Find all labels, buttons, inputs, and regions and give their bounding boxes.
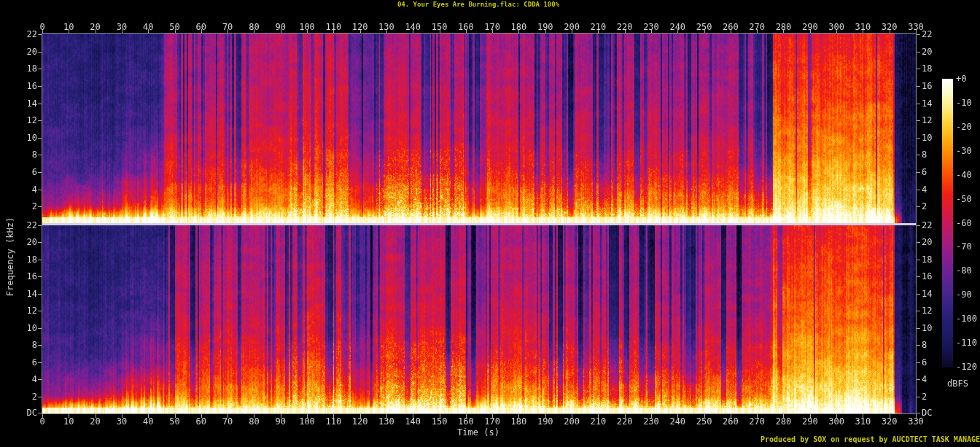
time-tick-label-bottom: 170 — [478, 417, 507, 427]
time-tick-label-bottom: 90 — [266, 417, 295, 427]
freq-tick-label-left: 2 — [8, 392, 37, 402]
time-tick-label-bottom: 110 — [319, 417, 348, 427]
legend-tick-label: -80 — [956, 266, 972, 276]
freq-tick-label-left: 4 — [8, 185, 37, 195]
time-tick-label-top: 250 — [690, 23, 719, 32]
time-tick-label-top: 70 — [213, 23, 242, 32]
time-tick-label-bottom: 60 — [187, 417, 216, 427]
freq-tick-label-left: 6 — [8, 358, 37, 368]
freq-tick-label-right: 14 — [922, 289, 932, 299]
time-tick-label-bottom: 30 — [107, 417, 136, 427]
legend-tick-label: -70 — [956, 242, 972, 252]
freq-tick-label-right: 16 — [922, 82, 932, 91]
legend-tick-label: -10 — [956, 98, 972, 108]
time-tick-label-top: 190 — [531, 23, 560, 32]
freq-tick-label-right: 22 — [922, 30, 932, 39]
freq-tick-label-right: 20 — [922, 47, 932, 57]
freq-tick-label-right: 10 — [922, 324, 932, 333]
time-tick-label-bottom: 200 — [557, 417, 586, 427]
legend-tick-label: -90 — [956, 290, 972, 300]
time-tick-label-top: 180 — [504, 23, 533, 32]
time-tick-label-bottom: 100 — [292, 417, 322, 427]
time-tick-label-bottom: 40 — [133, 417, 163, 427]
freq-tick-label-right: 2 — [922, 202, 927, 211]
time-tick-label-top: 280 — [769, 23, 798, 32]
time-tick-label-bottom: 80 — [239, 417, 268, 427]
time-tick-label-bottom: 310 — [848, 417, 877, 427]
freq-tick-label-right: 2 — [922, 392, 927, 402]
freq-tick-label-right: 14 — [922, 99, 932, 109]
legend-tick-label: -120 — [956, 362, 977, 372]
freq-tick-label-left: 14 — [8, 289, 37, 299]
freq-tick-label-left: 16 — [8, 272, 37, 281]
freq-tick-label-left: 4 — [8, 375, 37, 384]
legend-tick-label: -110 — [956, 338, 977, 348]
time-tick-label-top: 150 — [425, 23, 454, 32]
time-tick-label-bottom: 120 — [346, 417, 375, 427]
freq-tick-label-left: 20 — [8, 47, 37, 57]
time-tick-label-bottom: 250 — [690, 417, 719, 427]
freq-tick-label-right: 22 — [922, 221, 932, 230]
time-tick-label-top: 290 — [796, 23, 825, 32]
time-tick-label-top: 110 — [319, 23, 348, 32]
freq-tick-label-left: 10 — [8, 324, 37, 333]
freq-tick-label-left: 12 — [8, 306, 37, 316]
freq-tick-label-right: 8 — [922, 341, 927, 350]
time-tick-label-top: 160 — [451, 23, 481, 32]
freq-tick-label-right: DC — [922, 408, 932, 418]
freq-tick-label-left: 20 — [8, 238, 37, 247]
time-tick-label-top: 30 — [107, 23, 136, 32]
time-tick-label-top: 270 — [742, 23, 771, 32]
freq-tick-label-left: 10 — [8, 133, 37, 143]
legend-tick-label: -50 — [956, 195, 972, 204]
freq-tick-label-right: 4 — [922, 375, 927, 384]
time-tick-label-top: 300 — [822, 23, 851, 32]
freq-tick-label-left: 22 — [8, 30, 37, 39]
freq-tick-label-left: 16 — [8, 82, 37, 91]
time-tick-label-top: 60 — [187, 23, 216, 32]
freq-tick-label-right: 10 — [922, 133, 932, 143]
time-tick-label-bottom: 230 — [637, 417, 666, 427]
time-tick-label-bottom: 50 — [160, 417, 190, 427]
freq-tick-label-left: 18 — [8, 64, 37, 74]
time-tick-label-top: 20 — [81, 23, 110, 32]
freq-tick-label-left: DC — [8, 408, 37, 418]
legend-unit-label: dBFS — [947, 378, 968, 389]
time-tick-label-bottom: 140 — [398, 417, 427, 427]
time-tick-label-bottom: 150 — [425, 417, 454, 427]
legend-tick-label: -30 — [956, 147, 972, 156]
freq-tick-label-right: 8 — [922, 150, 927, 160]
freq-tick-label-right: 12 — [922, 306, 932, 316]
time-tick-label-bottom: 10 — [54, 417, 83, 427]
freq-tick-label-right: 4 — [922, 185, 927, 195]
time-tick-label-bottom: 180 — [504, 417, 533, 427]
time-tick-label-bottom: 130 — [372, 417, 401, 427]
time-tick-label-bottom: 0 — [28, 417, 57, 427]
time-tick-label-bottom: 190 — [531, 417, 560, 427]
freq-tick-label-left: 14 — [8, 99, 37, 109]
freq-tick-label-left: 12 — [8, 116, 37, 125]
freq-tick-label-left: 8 — [8, 150, 37, 160]
time-tick-label-top: 310 — [848, 23, 877, 32]
time-tick-label-top: 120 — [346, 23, 375, 32]
freq-tick-label-right: 6 — [922, 358, 927, 368]
time-tick-label-top: 10 — [54, 23, 83, 32]
spectrogram-canvas — [0, 0, 980, 447]
time-tick-label-top: 130 — [372, 23, 401, 32]
freq-tick-label-right: 16 — [922, 272, 932, 281]
time-tick-label-top: 230 — [637, 23, 666, 32]
freq-tick-label-left: 6 — [8, 168, 37, 177]
time-tick-label-top: 90 — [266, 23, 295, 32]
time-tick-label-top: 80 — [239, 23, 268, 32]
time-tick-label-bottom: 270 — [742, 417, 771, 427]
page-title: 04. Your Eyes Are Burning.flac: CDDA 100… — [42, 1, 915, 8]
time-tick-label-bottom: 280 — [769, 417, 798, 427]
time-tick-label-top: 220 — [610, 23, 639, 32]
freq-tick-label-right: 6 — [922, 168, 927, 177]
time-tick-label-bottom: 330 — [901, 417, 930, 427]
time-tick-label-top: 320 — [875, 23, 904, 32]
freq-tick-label-right: 18 — [922, 255, 932, 265]
legend-tick-label: -20 — [956, 123, 972, 132]
freq-tick-label-right: 18 — [922, 64, 932, 74]
legend-tick-label: -60 — [956, 219, 972, 228]
